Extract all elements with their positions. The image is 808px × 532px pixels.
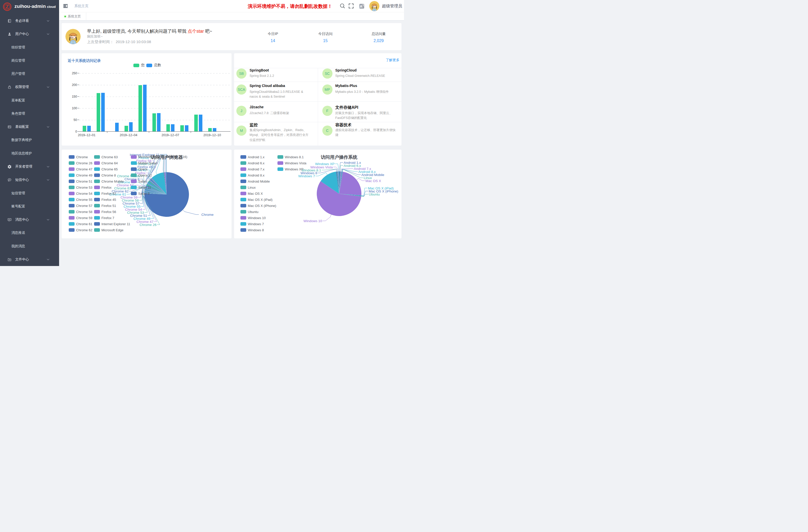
svg-text:Z: Z <box>6 4 8 10</box>
